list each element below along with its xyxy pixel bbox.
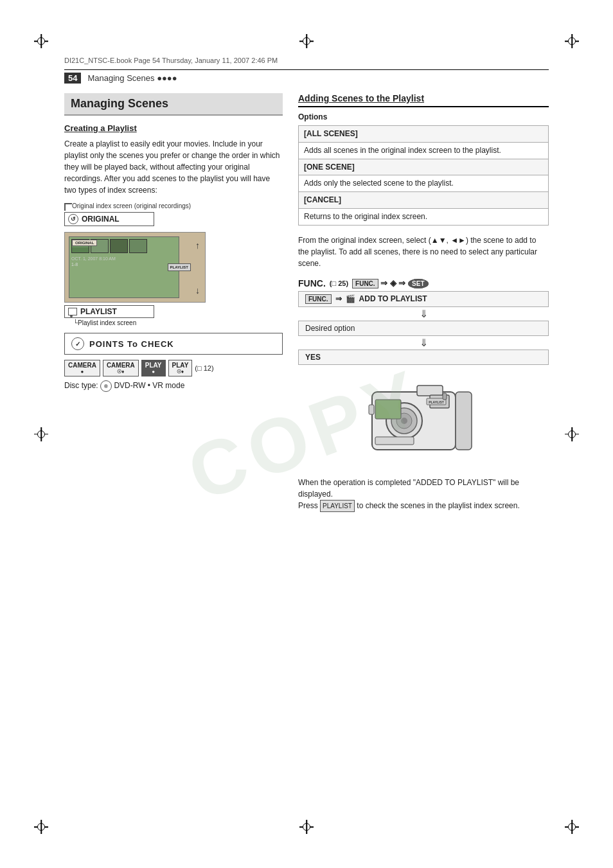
reg-mark-tl xyxy=(34,34,48,48)
func-section: FUNC. (□ 25) FUNC. ⇒ ◈ ⇒ SET FUNC. ⇒ 🎬 A… xyxy=(298,278,549,365)
content-area: Managing Scenes Creating a Playlist Crea… xyxy=(64,93,549,804)
func-down-arrow-2: ⇓ xyxy=(298,336,549,350)
right-section-title: Adding Scenes to the Playlist xyxy=(298,93,549,107)
option-row-one-scene-desc: Adds only the selected scene to the play… xyxy=(299,175,549,192)
playlist-index-label: └Playlist index screen xyxy=(64,319,283,326)
creating-playlist-title: Creating a Playlist xyxy=(64,123,283,133)
func-step-add-playlist: FUNC. ⇒ 🎬 ADD TO PLAYLIST xyxy=(298,291,549,307)
svg-rect-13 xyxy=(456,392,472,450)
svg-rect-16 xyxy=(375,437,414,445)
two-column-layout: Managing Scenes Creating a Playlist Crea… xyxy=(64,93,549,512)
playlist-box: PLAYLIST xyxy=(64,305,154,318)
result-text-3: to check the scenes in the playlist inde… xyxy=(357,501,519,510)
option-row-cancel: [CANCEL] xyxy=(299,192,549,209)
svg-point-4 xyxy=(401,418,407,424)
original-index-label-area: Original index screen (original recordin… xyxy=(64,202,283,230)
func-step-yes: YES xyxy=(298,350,549,365)
func-add-text: ADD TO PLAYLIST xyxy=(359,294,427,303)
mode-btn-camera-other: CAMERA ☉♦ xyxy=(103,360,139,376)
func-icons: FUNC. ⇒ ◈ ⇒ SET xyxy=(352,278,428,288)
mode-buttons-row: CAMERA ● CAMERA ☉♦ PLAY ● PLAY ☉♦ (□ 12) xyxy=(64,360,283,376)
svg-text:PLAYLIST: PLAYLIST xyxy=(429,400,444,404)
points-to-check-title: POINTS To CHECK xyxy=(89,339,174,349)
option-one-scene-desc: Adds only the selected scene to the play… xyxy=(299,175,549,192)
result-text-2: Press xyxy=(298,501,318,510)
option-cancel-desc: Returns to the original index screen. xyxy=(299,208,549,225)
options-label: Options xyxy=(298,112,549,121)
left-column: Managing Scenes Creating a Playlist Crea… xyxy=(64,93,283,512)
func-ref: (□ 25) xyxy=(330,279,348,287)
option-one-scene-name: [ONE SCENE] xyxy=(299,159,549,175)
right-column: Adding Scenes to the Playlist Options [A… xyxy=(298,93,549,512)
mode-btn-play-rec: PLAY ● xyxy=(141,360,166,376)
page-header: 54 Managing Scenes ●●●● xyxy=(64,69,549,84)
options-table: [ALL SCENES] Adds all scenes in the orig… xyxy=(298,125,549,226)
original-index-label: Original index screen (original recordin… xyxy=(72,202,191,209)
option-all-scenes-name: [ALL SCENES] xyxy=(299,126,549,143)
original-box: ↺ ORIGINAL xyxy=(64,212,154,226)
points-to-check-box: ✓ POINTS To CHECK xyxy=(64,333,283,355)
result-text-1: When the operation is completed "ADDED T… xyxy=(298,478,519,499)
func-down-arrow-1: ⇓ xyxy=(298,307,549,321)
body-text-intro: Create a playlist to easily edit your mo… xyxy=(64,138,283,196)
camera-illustration: PLAYLIST xyxy=(366,373,481,469)
page-title-header: Managing Scenes ●●●● xyxy=(87,73,177,83)
func-text: FUNC. xyxy=(298,278,326,288)
screen-date: OCT. 1, 2007 8:10 AM xyxy=(69,255,179,262)
func-label: FUNC. (□ 25) FUNC. ⇒ ◈ ⇒ SET xyxy=(298,278,549,288)
playlist-button-small: PLAYLIST xyxy=(168,263,191,271)
option-row-one-scene: [ONE SCENE] xyxy=(299,159,549,175)
option-row-cancel-desc: Returns to the original index screen. xyxy=(299,208,549,225)
svg-rect-15 xyxy=(369,405,374,414)
option-row-all-scenes-desc: Adds all scenes in the original index sc… xyxy=(299,142,549,159)
result-text: When the operation is completed "ADDED T… xyxy=(298,477,549,512)
func-arrow-right: ⇒ xyxy=(335,294,342,303)
screen-down-arrow: ↓ xyxy=(195,285,200,296)
original-icon: ↺ xyxy=(68,214,78,224)
reg-mark-tr xyxy=(565,34,579,48)
section-title: Managing Scenes xyxy=(64,93,283,116)
reg-mark-tm xyxy=(299,34,314,48)
svg-rect-12 xyxy=(443,393,447,400)
mode-btn-play-other: PLAY ☉♦ xyxy=(168,360,193,376)
option-cancel-name: [CANCEL] xyxy=(299,192,549,209)
svg-rect-5 xyxy=(417,385,443,396)
screen-up-arrow: ↑ xyxy=(195,240,200,251)
func-flow: FUNC. ⇒ 🎬 ADD TO PLAYLIST ⇓ Desired opti… xyxy=(298,291,549,365)
reg-mark-bm xyxy=(299,820,314,834)
camera-screen-mockup: OCT. 1, 2007 8:10 AM 1-8 ORIGINAL ↑ ↓ PL… xyxy=(64,232,206,303)
option-all-scenes-desc: Adds all scenes in the original index sc… xyxy=(299,142,549,159)
body-text-right: From the original index screen, select (… xyxy=(298,235,549,269)
reg-mark-bl xyxy=(34,820,48,834)
mode-btn-camera-rec: CAMERA ● xyxy=(64,360,100,376)
file-info: DI21C_NTSC-E.book Page 54 Thursday, Janu… xyxy=(64,57,278,64)
func-btn: FUNC. xyxy=(305,294,332,304)
reg-mark-ml xyxy=(34,427,48,441)
func-step-desired-option: Desired option xyxy=(298,321,549,336)
camera-illustration-container: PLAYLIST xyxy=(298,373,549,469)
dvd-badge: ® xyxy=(100,380,112,392)
playlist-inline-btn: PLAYLIST xyxy=(320,500,355,512)
page-number: 54 xyxy=(64,73,81,84)
mode-paren: (□ 12) xyxy=(195,364,213,372)
disc-type: Disc type: ® DVD-RW • VR mode xyxy=(64,380,283,392)
points-icon: ✓ xyxy=(71,337,84,350)
playlist-icon xyxy=(68,308,77,315)
option-row-all-scenes: [ALL SCENES] xyxy=(299,126,549,143)
reg-mark-mr xyxy=(565,427,579,441)
func-camera-icon: 🎬 xyxy=(346,294,355,303)
reg-mark-br xyxy=(565,820,579,834)
svg-rect-14 xyxy=(375,400,401,419)
screen-inner: OCT. 1, 2007 8:10 AM 1-8 ORIGINAL xyxy=(69,236,179,298)
